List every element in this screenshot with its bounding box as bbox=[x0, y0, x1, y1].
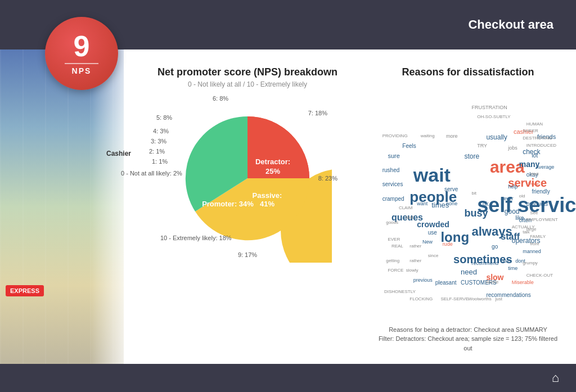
word-cloud-item: PROVIDING bbox=[382, 133, 408, 138]
word-cloud-item: rude bbox=[443, 241, 453, 247]
dissatisfaction-section: Reasons for dissatisfaction self service… bbox=[366, 61, 570, 358]
word-cloud-item: lot bbox=[532, 152, 538, 159]
word-cloud-item: CLAIM bbox=[399, 205, 412, 210]
nps-label: NPS bbox=[72, 66, 92, 75]
word-cloud-item: services bbox=[382, 181, 403, 187]
label-4: 4: 3% bbox=[153, 128, 169, 134]
word-cloud-item: time bbox=[508, 265, 518, 271]
word-cloud-item: DISHONESTLY bbox=[384, 289, 416, 294]
word-cloud-item: cramped bbox=[382, 196, 404, 202]
word-cloud-item: help bbox=[508, 184, 518, 190]
word-cloud-item: rushed bbox=[382, 167, 400, 173]
word-cloud-item: getting bbox=[386, 258, 399, 263]
word-cloud-item: TRY bbox=[477, 143, 487, 148]
word-cloud-item: REAL bbox=[392, 244, 403, 249]
detractor-label: Detractor: bbox=[255, 157, 290, 166]
bg-overlay bbox=[0, 49, 129, 364]
pie-chart-container: Detractor: 25% Passive: 41% Promoter: 34… bbox=[163, 94, 332, 263]
footer: ⌂ bbox=[0, 364, 576, 392]
word-cloud-item: crowded bbox=[417, 220, 449, 229]
word-cloud-item: busy bbox=[465, 208, 488, 219]
word-cloud-item: New bbox=[422, 239, 433, 245]
word-cloud-item: rather bbox=[410, 244, 421, 249]
word-cloud-item: FRUSTRATION bbox=[471, 105, 507, 110]
nps-divider bbox=[65, 63, 98, 64]
store-background: EXPRESS bbox=[0, 49, 129, 364]
label-9: 9: 17% bbox=[238, 251, 257, 258]
page-title: Checkout area bbox=[468, 17, 554, 32]
word-cloud-item: none bbox=[446, 201, 457, 206]
word-cloud-item: HUMAN bbox=[526, 121, 543, 127]
word-cloud-item: FLOCKING bbox=[410, 296, 433, 301]
word-cloud-item: Well bbox=[530, 172, 538, 177]
word-cloud-item: goods bbox=[386, 220, 398, 225]
word-cloud-item: use bbox=[428, 229, 437, 236]
word-cloud-item: Woolworths bbox=[468, 296, 492, 301]
word-cloud-item: manned bbox=[523, 249, 541, 254]
main-content: Net promoter score (NPS) breakdown 0 - N… bbox=[124, 49, 576, 364]
word-cloud-item: previous bbox=[413, 277, 433, 283]
label-8: 8: 23% bbox=[318, 175, 338, 182]
label-6: 6: 8% bbox=[213, 95, 228, 102]
word-cloud-item: EVER bbox=[388, 237, 400, 242]
promoter-label: Promoter: 34% bbox=[202, 200, 254, 208]
passive-value: 41% bbox=[260, 200, 274, 208]
word-cloud-item: SELF-SERVE bbox=[440, 296, 469, 301]
word-cloud-item: DESTROYING bbox=[523, 136, 552, 141]
word-cloud-item: need bbox=[461, 268, 477, 276]
word-cloud-item: slowly bbox=[406, 268, 418, 273]
word-cloud-item: recommend bbox=[471, 260, 498, 266]
label-0: 0 - Not at all likely: 2% bbox=[121, 170, 182, 177]
word-cloud-item: FAMILY bbox=[530, 234, 546, 239]
label-10: 10 - Extremely likely: 18% bbox=[160, 235, 232, 241]
word-cloud-item: SHEER bbox=[523, 128, 538, 133]
word-cloud-item: large bbox=[526, 227, 537, 232]
word-cloud-item: ok bbox=[483, 201, 489, 207]
word-cloud-item: sure bbox=[388, 152, 399, 159]
word-cloud-item: serve bbox=[444, 186, 458, 192]
word-cloud-item: go bbox=[492, 244, 498, 250]
nps-circle: 9 NPS bbox=[45, 17, 118, 90]
passive-label: Passive: bbox=[253, 191, 282, 200]
word-cloud-item: waiting bbox=[421, 133, 435, 138]
word-cloud-item: rather bbox=[410, 258, 421, 263]
dissatisfaction-title: Reasons for dissatisfaction bbox=[377, 66, 559, 78]
nps-breakdown-subtitle: 0 - Not likely at all / 10 - Extremely l… bbox=[188, 80, 307, 88]
cashier-label: Cashier bbox=[106, 150, 131, 157]
word-cloud-item: Feels bbox=[402, 143, 416, 149]
word-cloud-item: more bbox=[446, 133, 458, 139]
word-cloud-item: grumpy bbox=[523, 260, 538, 265]
word-cloud-item: pleasant bbox=[435, 280, 457, 286]
word-cloud-item: since bbox=[428, 253, 439, 258]
nps-breakdown-title: Net promoter score (NPS) breakdown bbox=[158, 66, 338, 78]
word-cloud-item: INTRODUCED bbox=[526, 143, 556, 148]
word-cloud: self servicewaitareapeoplelongalwayssome… bbox=[377, 80, 559, 321]
word-cloud-item: See bbox=[530, 210, 538, 215]
word-cloud-item: fast bbox=[406, 215, 413, 220]
label-5: 5: 8% bbox=[156, 114, 172, 121]
word-cloud-item: want bbox=[417, 201, 428, 206]
word-cloud-item: never bbox=[501, 196, 514, 201]
word-cloud-item: hence bbox=[486, 280, 498, 285]
word-cloud-item: products bbox=[526, 201, 548, 207]
label-1: 1: 1% bbox=[152, 158, 168, 165]
word-cloud-item: front bbox=[530, 241, 539, 246]
nps-breakdown-section: Net promoter score (NPS) breakdown 0 - N… bbox=[129, 61, 366, 358]
word-cloud-item: bit bbox=[471, 191, 476, 196]
word-cloud-item: ones bbox=[501, 258, 512, 264]
word-cloud-item: Average bbox=[536, 164, 554, 170]
detractor-value: 25% bbox=[266, 167, 280, 175]
nps-score: 9 bbox=[74, 31, 90, 61]
home-icon[interactable]: ⌂ bbox=[552, 371, 559, 385]
word-cloud-item: friendly bbox=[532, 188, 550, 195]
label-3: 3: 3% bbox=[151, 138, 166, 145]
word-cloud-item: just bbox=[496, 296, 502, 301]
word-cloud-item: EMPLOYMENT bbox=[526, 217, 558, 222]
express-sign: EXPRESS bbox=[6, 285, 44, 296]
word-cloud-item: CHECK-OUT bbox=[526, 273, 554, 278]
word-cloud-item: usually bbox=[486, 133, 507, 141]
word-cloud-item: FORCE bbox=[388, 268, 403, 273]
label-7: 7: 18% bbox=[308, 110, 327, 116]
word-cloud-item: Poor bbox=[528, 181, 539, 187]
dissatisfaction-footer: Reasons for being a detractor: Checkout … bbox=[377, 325, 559, 353]
